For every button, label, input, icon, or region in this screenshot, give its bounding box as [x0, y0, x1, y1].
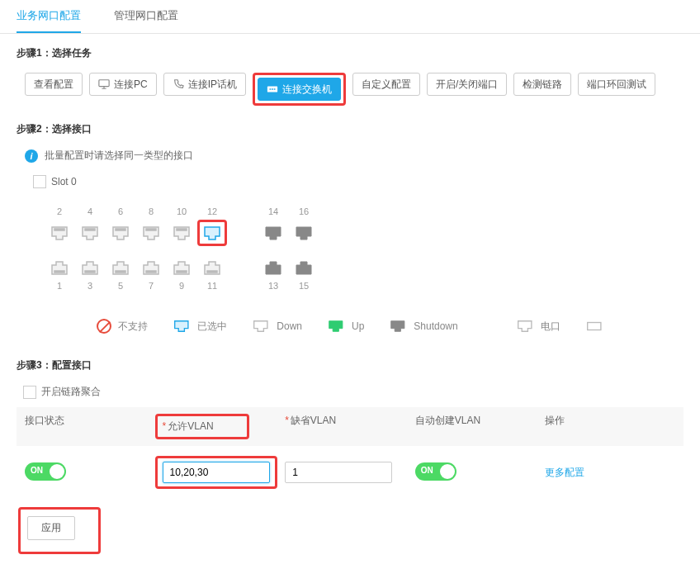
loop-test-button[interactable]: 端口环回测试 [578, 73, 655, 96]
slot-checkbox[interactable] [33, 175, 46, 188]
connect-switch-button[interactable]: 连接交换机 [258, 78, 341, 101]
port-number: 13 [268, 279, 278, 292]
port-1[interactable] [49, 259, 70, 277]
port-15[interactable] [293, 259, 315, 277]
selected-icon [173, 319, 191, 334]
svg-rect-7 [54, 271, 64, 273]
toggle-port-button[interactable]: 开启/关闭端口 [427, 73, 507, 96]
port-13[interactable] [262, 259, 284, 277]
slot-label: Slot 0 [51, 176, 77, 187]
step3-section: 步骤3：配置接口 开启链路聚合 接口状态 *允许VLAN *缺省VLAN 自动创… [0, 346, 700, 558]
step3-title: 步骤3：配置接口 [17, 358, 683, 372]
tab-manage-port[interactable]: 管理网口配置 [114, 0, 178, 33]
port-top-numbers: 246810121416 [45, 205, 318, 218]
port-panel: 246810121416 13579111315 [33, 197, 330, 302]
cell-auto-vlan: ON [415, 462, 546, 483]
default-vlan-input[interactable] [285, 462, 392, 483]
down-icon [252, 319, 270, 334]
svg-rect-3 [85, 229, 95, 230]
port-2[interactable] [49, 224, 70, 242]
svg-rect-10 [146, 271, 156, 273]
port-5[interactable] [110, 259, 131, 277]
port-bottom-numbers: 13579111315 [45, 279, 318, 292]
svg-rect-5 [146, 229, 156, 230]
required-mark: * [285, 415, 289, 426]
port-number: 5 [118, 279, 123, 292]
port-3[interactable] [79, 259, 101, 277]
port-9[interactable] [171, 259, 192, 277]
status-toggle-label: ON [31, 466, 43, 475]
port-14[interactable] [262, 224, 284, 242]
apply-button[interactable]: 应用 [27, 516, 75, 540]
legend-down: Down [252, 319, 302, 334]
connect-ipphone-button[interactable]: 连接IP话机 [163, 73, 246, 96]
connect-ipphone-label: 连接IP话机 [188, 78, 237, 92]
cell-status: ON [25, 462, 155, 483]
step2-title: 步骤2：选择接口 [17, 122, 683, 136]
svg-rect-8 [85, 271, 95, 273]
up-icon [327, 319, 345, 334]
port-8[interactable] [140, 224, 162, 242]
config-table-body: ON ON 更多配置 [17, 446, 683, 499]
connect-pc-label: 连接PC [114, 78, 148, 92]
shutdown-icon [389, 319, 407, 334]
port-bottom-icons [45, 259, 318, 277]
port-number: 8 [149, 205, 154, 218]
port-6[interactable] [110, 224, 131, 242]
legend-up-label: Up [352, 320, 364, 332]
custom-config-button[interactable]: 自定义配置 [352, 73, 420, 96]
auto-vlan-toggle[interactable]: ON [415, 462, 456, 481]
port-number: 16 [299, 205, 309, 218]
svg-rect-4 [116, 229, 125, 230]
more-config-link[interactable]: 更多配置 [545, 467, 584, 478]
cell-ops: 更多配置 [545, 466, 675, 480]
link-agg-checkbox[interactable] [23, 386, 36, 399]
check-link-button[interactable]: 检测链路 [513, 73, 571, 96]
nosupport-icon [97, 319, 111, 334]
svg-rect-2 [54, 229, 64, 230]
task-button-row: 查看配置 连接PC 连接IP话机 连接交换机 自定义配置 开启/关闭端口 检测链… [17, 73, 683, 106]
auto-vlan-toggle-label: ON [421, 466, 433, 475]
allow-vlan-input[interactable] [163, 462, 270, 483]
svg-rect-12 [207, 271, 217, 273]
legend-down-label: Down [277, 320, 302, 332]
head-ops: 操作 [545, 414, 675, 439]
view-config-button[interactable]: 查看配置 [25, 73, 83, 96]
config-table-head: 接口状态 *允许VLAN *缺省VLAN 自动创建VLAN 操作 [17, 407, 683, 446]
svg-rect-13 [587, 323, 600, 330]
electrical-icon [516, 319, 534, 334]
port-number: 1 [57, 279, 62, 292]
svg-rect-6 [177, 229, 187, 230]
port-number: 11 [207, 279, 217, 292]
step1-section: 步骤1：选择任务 查看配置 连接PC 连接IP话机 连接交换机 自定义配置 开启… [0, 34, 700, 110]
highlight-apply: 应用 [18, 507, 101, 554]
port-4[interactable] [79, 224, 101, 242]
port-10[interactable] [171, 224, 192, 242]
status-toggle[interactable]: ON [25, 462, 66, 481]
switch-icon [267, 83, 278, 95]
info-row: i 批量配置时请选择同一类型的接口 [25, 149, 683, 163]
svg-rect-11 [177, 271, 187, 273]
info-icon: i [25, 149, 38, 163]
cell-allow-vlan [155, 456, 286, 489]
head-auto-vlan: 自动创建VLAN [415, 414, 546, 439]
port-top-icons [45, 220, 318, 246]
legend-optical [585, 319, 603, 334]
head-status: 接口状态 [25, 414, 155, 439]
tab-business-port[interactable]: 业务网口配置 [17, 0, 81, 33]
head-allow-vlan-label: 允许VLAN [168, 420, 213, 432]
port-7[interactable] [140, 259, 162, 277]
link-agg-row: 开启链路聚合 [23, 385, 683, 399]
svg-rect-9 [116, 271, 125, 273]
cell-default-vlan [285, 462, 415, 483]
connect-pc-button[interactable]: 连接PC [89, 73, 157, 96]
port-12[interactable] [201, 224, 223, 242]
legend-electrical: 电口 [516, 319, 560, 334]
step1-title: 步骤1：选择任务 [17, 46, 683, 60]
required-mark: * [163, 420, 167, 432]
head-default-vlan-label: 缺省VLAN [291, 415, 336, 426]
port-16[interactable] [293, 224, 315, 242]
port-11[interactable] [201, 259, 223, 277]
tab-bar: 业务网口配置 管理网口配置 [0, 0, 700, 34]
config-table: 接口状态 *允许VLAN *缺省VLAN 自动创建VLAN 操作 ON [17, 407, 683, 499]
